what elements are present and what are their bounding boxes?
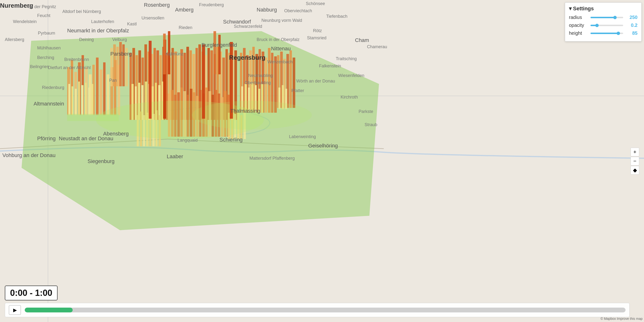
svg-rect-125 xyxy=(212,95,214,137)
map-label: Kastl xyxy=(127,22,137,26)
map-label: Wiesenfelden xyxy=(338,73,364,78)
svg-rect-7 xyxy=(67,67,70,115)
svg-rect-11 xyxy=(82,55,84,115)
svg-rect-114 xyxy=(177,92,180,137)
svg-rect-117 xyxy=(186,95,189,137)
svg-rect-36 xyxy=(144,44,147,120)
svg-rect-113 xyxy=(174,95,176,137)
attribution: © Mapbox Improve this map xyxy=(600,317,642,320)
svg-rect-25 xyxy=(78,82,80,115)
svg-rect-144 xyxy=(244,113,246,139)
svg-rect-65 xyxy=(232,47,234,120)
map-label: Deining xyxy=(79,37,94,42)
svg-rect-107 xyxy=(292,58,295,108)
map-label: Thalmassing xyxy=(230,108,260,114)
map-label: Parkste xyxy=(358,109,373,114)
map-label: Wenzenbach xyxy=(268,60,292,64)
svg-rect-137 xyxy=(156,110,158,146)
map-container[interactable]: NurembergRosenbergAmbergFreudenbergNabbu… xyxy=(0,0,644,322)
opacity-slider-container[interactable] xyxy=(590,23,623,28)
radius-slider-thumb[interactable] xyxy=(613,16,617,19)
map-label: Neunburg vorm Wald xyxy=(262,18,302,23)
svg-rect-55 xyxy=(202,52,204,120)
svg-rect-54 xyxy=(198,44,201,120)
svg-rect-63 xyxy=(226,49,228,120)
opacity-value: 0.2 xyxy=(626,22,638,28)
controls-bar: ▶ xyxy=(5,303,630,317)
svg-rect-139 xyxy=(228,113,230,139)
map-label: Parsberg xyxy=(110,51,132,57)
progress-bar-container[interactable] xyxy=(25,308,626,312)
map-label: Traitsching xyxy=(336,56,357,62)
height-slider-thumb[interactable] xyxy=(617,32,620,35)
svg-rect-110 xyxy=(285,89,287,109)
svg-rect-51 xyxy=(190,50,192,120)
map-label: Pan xyxy=(109,78,117,83)
map-label: Cham xyxy=(355,37,369,44)
svg-rect-73 xyxy=(152,86,154,120)
svg-rect-108 xyxy=(278,88,280,109)
svg-rect-104 xyxy=(283,59,286,108)
svg-rect-62 xyxy=(222,58,225,120)
svg-rect-135 xyxy=(149,116,151,146)
map-label: Beilngries xyxy=(30,64,49,69)
svg-rect-56 xyxy=(204,55,207,120)
play-button[interactable]: ▶ xyxy=(9,305,21,315)
opacity-slider-track xyxy=(590,25,623,26)
map-label: Neumarkt in der Oberpfalz xyxy=(67,28,129,34)
svg-rect-22 xyxy=(68,84,70,115)
compass-button[interactable]: ◆ xyxy=(630,166,639,174)
svg-rect-154 xyxy=(168,31,170,74)
svg-rect-39 xyxy=(154,48,156,120)
zoom-in-button[interactable]: + xyxy=(630,148,639,156)
map-label: Laaber xyxy=(167,154,183,160)
svg-rect-38 xyxy=(150,54,153,120)
svg-rect-100 xyxy=(122,44,125,86)
svg-marker-6 xyxy=(22,31,379,230)
map-label: an der Pegnitz xyxy=(28,4,56,9)
svg-line-2 xyxy=(168,139,264,144)
settings-title: Settings xyxy=(573,6,594,12)
zoom-out-button[interactable]: − xyxy=(630,157,639,166)
svg-rect-30 xyxy=(67,114,119,121)
settings-header[interactable]: ▾ Settings xyxy=(569,6,638,12)
svg-rect-9 xyxy=(74,72,77,115)
svg-rect-64 xyxy=(228,53,231,120)
map-label: Berching xyxy=(37,55,54,60)
map-label: Altdorf bei Nürnberg xyxy=(62,9,101,14)
map-label: Vohburg an der Donau xyxy=(2,152,56,158)
map-label: Pfatter xyxy=(292,88,304,93)
map-label: Ursensollen xyxy=(142,16,164,20)
svg-rect-101 xyxy=(125,48,128,86)
svg-rect-71 xyxy=(145,82,147,120)
svg-rect-123 xyxy=(205,88,208,137)
height-slider-container[interactable] xyxy=(590,31,623,36)
map-label: Neustadt an der Donau xyxy=(59,136,114,142)
svg-rect-111 xyxy=(168,94,170,137)
map-label: Bruck in der Oberpfalz xyxy=(257,37,300,42)
svg-rect-43 xyxy=(166,53,168,120)
svg-rect-53 xyxy=(196,48,198,120)
map-label: Burglengenfeld xyxy=(202,42,237,48)
svg-rect-94 xyxy=(258,89,260,113)
svg-rect-92 xyxy=(251,83,254,113)
svg-rect-81 xyxy=(252,47,255,113)
svg-rect-109 xyxy=(282,85,284,109)
map-label: Mühlhausen xyxy=(37,46,61,50)
svg-rect-152 xyxy=(218,35,221,74)
height-value: 85 xyxy=(626,30,638,36)
map-label: Altmannstein xyxy=(34,101,64,107)
svg-rect-136 xyxy=(152,114,155,146)
opacity-slider-thumb[interactable] xyxy=(595,24,599,27)
radius-slider-container[interactable] xyxy=(590,15,623,20)
map-label: Dietfurt an der Altmühl xyxy=(48,65,91,70)
map-label: Mattersdorf Pfaffenberg xyxy=(250,156,295,161)
svg-rect-150 xyxy=(149,41,152,119)
svg-rect-131 xyxy=(137,115,139,146)
svg-rect-86 xyxy=(268,48,270,113)
svg-rect-118 xyxy=(190,89,192,137)
svg-rect-34 xyxy=(138,50,141,120)
map-label: Breitenbrunn xyxy=(64,57,89,62)
svg-rect-58 xyxy=(210,50,213,120)
visualization xyxy=(0,0,644,322)
